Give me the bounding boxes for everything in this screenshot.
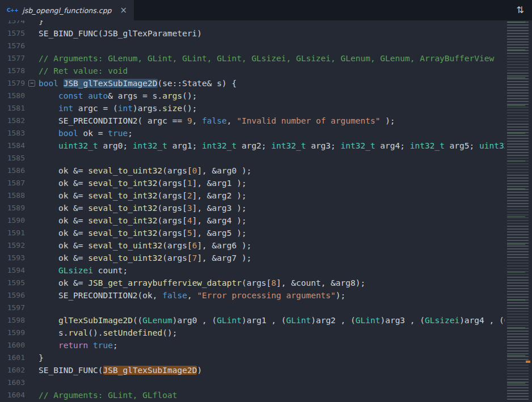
line-number[interactable]: 1575: [0, 27, 25, 40]
close-icon[interactable]: ×: [120, 6, 128, 15]
line-number[interactable]: 1601: [0, 352, 25, 364]
code-line[interactable]: 1604// Arguments: GLint, GLfloat: [0, 389, 505, 401]
line-number[interactable]: 1604: [0, 389, 25, 401]
line-number[interactable]: 1577: [0, 52, 25, 65]
code-text[interactable]: glTexSubImage2D((GLenum)arg0 , (GLint)ar…: [39, 314, 505, 327]
fold-icon[interactable]: −: [28, 80, 35, 87]
code-text[interactable]: ok &= seval_to_int32(args[5], &arg5 );: [39, 227, 505, 239]
code-line[interactable]: 1583 bool ok = true;: [0, 127, 505, 139]
line-number[interactable]: 1600: [0, 339, 25, 352]
code-text[interactable]: uint32_t arg0; int32_t arg1; int32_t arg…: [39, 139, 505, 152]
code-line[interactable]: 1585: [0, 152, 505, 164]
code-text[interactable]: ok &= seval_to_int32(args[4], &arg4 );: [39, 214, 505, 227]
line-number[interactable]: 1574: [0, 20, 25, 27]
code-line[interactable]: 1587 ok &= seval_to_int32(args[1], &arg1…: [0, 177, 505, 189]
code-text[interactable]: const auto& args = s.args();: [39, 90, 505, 102]
line-number[interactable]: 1593: [0, 252, 25, 264]
code-text[interactable]: ok &= seval_to_int32(args[3], &arg3 );: [39, 202, 505, 214]
line-number[interactable]: 1584: [0, 139, 25, 152]
minimap[interactable]: [505, 20, 532, 402]
line-number[interactable]: 1588: [0, 189, 25, 202]
tab-jsb-opengl-functions[interactable]: C++ jsb_opengl_functions.cpp ×: [0, 0, 134, 20]
sync-icon[interactable]: ⇅: [517, 5, 524, 16]
line-number[interactable]: 1583: [0, 127, 25, 139]
code-line[interactable]: 1598 glTexSubImage2D((GLenum)arg0 , (GLi…: [0, 314, 505, 327]
line-number[interactable]: 1587: [0, 177, 25, 189]
code-line[interactable]: 1586 ok &= seval_to_uint32(args[0], &arg…: [0, 164, 505, 177]
code-line[interactable]: 1579−bool JSB_glTexSubImage2D(se::State&…: [0, 77, 505, 90]
code-text[interactable]: ok &= seval_to_uint32(args[7], &arg7 );: [39, 252, 505, 264]
line-number[interactable]: 1603: [0, 376, 25, 389]
line-number[interactable]: 1594: [0, 264, 25, 277]
code-line[interactable]: 1589 ok &= seval_to_int32(args[3], &arg3…: [0, 202, 505, 214]
code-line[interactable]: 1592 ok &= seval_to_uint32(args[6], &arg…: [0, 239, 505, 252]
line-number[interactable]: 1602: [0, 364, 25, 376]
code-text[interactable]: }: [39, 352, 505, 364]
code-text[interactable]: // Ret value: void: [39, 65, 505, 77]
line-number[interactable]: 1576: [0, 40, 25, 52]
code-line[interactable]: 1597: [0, 302, 505, 314]
code-line[interactable]: 1602SE_BIND_FUNC(JSB_glTexSubImage2D): [0, 364, 505, 376]
code-text[interactable]: GLsizei count;: [39, 264, 505, 277]
code-line[interactable]: 1590 ok &= seval_to_int32(args[4], &arg4…: [0, 214, 505, 227]
code-text[interactable]: bool ok = true;: [39, 127, 505, 139]
code-line[interactable]: 1601}: [0, 352, 505, 364]
code-text[interactable]: // Arguments: GLenum, GLint, GLint, GLin…: [39, 52, 505, 65]
code-text[interactable]: // Arguments: GLint, GLfloat: [39, 389, 505, 401]
code-text[interactable]: SE_PRECONDITION2(ok, false, "Error proce…: [39, 289, 505, 302]
code-line[interactable]: 1578// Ret value: void: [0, 65, 505, 77]
line-number[interactable]: 1592: [0, 239, 25, 252]
code-line[interactable]: 1581 int argc = (int)args.size();: [0, 102, 505, 115]
line-number[interactable]: 1578: [0, 65, 25, 77]
code-line[interactable]: 1595 ok &= JSB_get_arraybufferview_datap…: [0, 277, 505, 289]
code-line[interactable]: 1584 uint32_t arg0; int32_t arg1; int32_…: [0, 139, 505, 152]
line-number[interactable]: 1590: [0, 214, 25, 227]
code-text[interactable]: bool JSB_glTexSubImage2D(se::State& s) {: [39, 77, 505, 90]
code-line[interactable]: 1599 s.rval().setUndefined();: [0, 327, 505, 339]
code-text[interactable]: return true;: [39, 339, 505, 352]
code-line[interactable]: 1603: [0, 376, 505, 389]
line-number[interactable]: 1591: [0, 227, 25, 239]
code-text[interactable]: ok &= seval_to_int32(args[1], &arg1 );: [39, 177, 505, 189]
line-number[interactable]: 1589: [0, 202, 25, 214]
line-number[interactable]: 1586: [0, 164, 25, 177]
code-line[interactable]: 1580 const auto& args = s.args();: [0, 90, 505, 102]
code-text[interactable]: SE_PRECONDITION2( argc == 9, false, "Inv…: [39, 115, 505, 127]
fold-gutter: [25, 327, 39, 339]
line-number[interactable]: 1596: [0, 289, 25, 302]
code-text[interactable]: SE_BIND_FUNC(JSB_glTexParameteri): [39, 27, 505, 40]
code-text[interactable]: [39, 40, 505, 52]
code-line[interactable]: 1594 GLsizei count;: [0, 264, 505, 277]
code-line[interactable]: 1574}: [0, 20, 505, 27]
code-text[interactable]: SE_BIND_FUNC(JSB_glTexSubImage2D): [39, 364, 505, 376]
line-number[interactable]: 1598: [0, 314, 25, 327]
code-line[interactable]: 1600 return true;: [0, 339, 505, 352]
code-text[interactable]: s.rval().setUndefined();: [39, 327, 505, 339]
line-number[interactable]: 1581: [0, 102, 25, 115]
code-line[interactable]: 1588 ok &= seval_to_int32(args[2], &arg2…: [0, 189, 505, 202]
line-number[interactable]: 1597: [0, 302, 25, 314]
code-line[interactable]: 1582 SE_PRECONDITION2( argc == 9, false,…: [0, 115, 505, 127]
line-number[interactable]: 1579: [0, 77, 25, 90]
code-line[interactable]: 1575SE_BIND_FUNC(JSB_glTexParameteri): [0, 27, 505, 40]
code-text[interactable]: [39, 376, 505, 389]
line-number[interactable]: 1585: [0, 152, 25, 164]
code-text[interactable]: }: [39, 20, 505, 27]
code-text[interactable]: ok &= JSB_get_arraybufferview_dataptr(ar…: [39, 277, 505, 289]
line-number[interactable]: 1582: [0, 115, 25, 127]
line-number[interactable]: 1580: [0, 90, 25, 102]
code-text[interactable]: [39, 302, 505, 314]
code-line[interactable]: 1596 SE_PRECONDITION2(ok, false, "Error …: [0, 289, 505, 302]
code-text[interactable]: ok &= seval_to_int32(args[2], &arg2 );: [39, 189, 505, 202]
fold-gutter: [25, 314, 39, 327]
line-number[interactable]: 1599: [0, 327, 25, 339]
line-number[interactable]: 1595: [0, 277, 25, 289]
code-text[interactable]: [39, 152, 505, 164]
code-line[interactable]: 1576: [0, 40, 505, 52]
code-text[interactable]: ok &= seval_to_uint32(args[0], &arg0 );: [39, 164, 505, 177]
code-line[interactable]: 1577// Arguments: GLenum, GLint, GLint, …: [0, 52, 505, 65]
code-line[interactable]: 1591 ok &= seval_to_int32(args[5], &arg5…: [0, 227, 505, 239]
code-text[interactable]: int argc = (int)args.size();: [39, 102, 505, 115]
code-line[interactable]: 1593 ok &= seval_to_uint32(args[7], &arg…: [0, 252, 505, 264]
code-text[interactable]: ok &= seval_to_uint32(args[6], &arg6 );: [39, 239, 505, 252]
